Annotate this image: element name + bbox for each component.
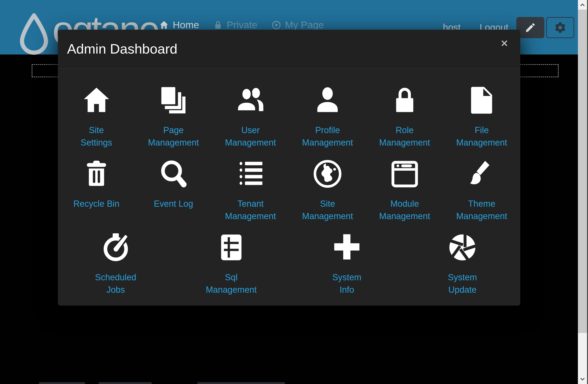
- tile-label-line: Recycle Bin: [73, 198, 119, 210]
- tile-tenant-management[interactable]: TenantManagement: [212, 157, 289, 223]
- admin-tile-grid: SiteSettingsPageManagementUserManagement…: [58, 68, 520, 296]
- tile-label-line: Role: [379, 124, 430, 136]
- modal-header: Admin Dashboard: [58, 30, 520, 68]
- tile-role-management[interactable]: RoleManagement: [366, 83, 443, 149]
- tile-label: FileManagement: [456, 124, 507, 149]
- tile-label-line: User: [225, 124, 276, 136]
- tile-label-line: Site: [302, 198, 353, 210]
- home-icon: [159, 20, 169, 30]
- tile-label-line: Management: [456, 210, 507, 222]
- tile-file-management[interactable]: FileManagement: [443, 83, 521, 149]
- tile-label: ModuleManagement: [379, 198, 430, 223]
- tile-label: SystemInfo: [332, 271, 361, 296]
- tile-profile-management[interactable]: ProfileManagement: [289, 83, 366, 149]
- chevron-down-icon: [579, 376, 586, 382]
- tile-module-management[interactable]: ModuleManagement: [366, 157, 443, 223]
- cutoff-text-artifact: [39, 382, 85, 384]
- tile-system-info[interactable]: SystemInfo: [289, 230, 405, 296]
- nav-label: Home: [173, 19, 199, 31]
- tile-site-settings[interactable]: SiteSettings: [58, 83, 135, 149]
- edit-mode-button[interactable]: [516, 17, 544, 38]
- oqtane-logo[interactable]: [17, 13, 51, 55]
- nav-label: Private: [227, 19, 257, 31]
- spreadsheet-icon: [215, 230, 247, 265]
- tile-row: ScheduledJobsSqlManagementSystemInfoSyst…: [58, 230, 520, 296]
- tile-label: Event Log: [154, 198, 193, 223]
- tile-scheduled-jobs[interactable]: ScheduledJobs: [58, 230, 173, 296]
- page-settings-button[interactable]: [546, 17, 574, 38]
- tile-theme-management[interactable]: ThemeManagement: [443, 157, 521, 223]
- tile-page-management[interactable]: PageManagement: [135, 83, 212, 149]
- stacked-pages-icon: [157, 83, 189, 117]
- chevron-up-icon: [579, 2, 586, 8]
- modal-title: Admin Dashboard: [67, 41, 177, 57]
- person-icon: [312, 83, 344, 117]
- tile-label-line: File: [456, 124, 507, 136]
- main-nav: Home Private My Page: [159, 19, 324, 31]
- stopwatch-icon: [100, 230, 132, 265]
- tile-label: SystemUpdate: [448, 271, 477, 296]
- tile-label-line: Info: [332, 284, 361, 296]
- tile-label-line: Management: [225, 210, 276, 222]
- close-icon: [500, 39, 509, 47]
- nav-item-my-page[interactable]: My Page: [271, 19, 324, 31]
- browser-window-icon: [389, 157, 421, 191]
- tile-label-line: Management: [206, 284, 257, 296]
- tile-label: ProfileManagement: [302, 124, 353, 149]
- tile-label-line: Module: [379, 198, 430, 210]
- tile-label-line: Update: [448, 284, 477, 296]
- close-button[interactable]: [500, 39, 510, 48]
- globe-icon: [312, 157, 344, 191]
- tile-label-line: Settings: [81, 136, 112, 149]
- cutoff-text-artifact: [99, 382, 152, 384]
- tile-label-line: Scheduled: [95, 271, 136, 284]
- aperture-icon: [446, 230, 479, 265]
- tile-event-log[interactable]: Event Log: [135, 157, 212, 223]
- tile-label-line: Management: [379, 210, 430, 222]
- file-icon: [465, 83, 498, 117]
- tile-label-line: System: [448, 271, 477, 284]
- tile-user-management[interactable]: UserManagement: [212, 83, 289, 149]
- tile-recycle-bin[interactable]: Recycle Bin: [58, 157, 135, 223]
- tile-sql-management[interactable]: SqlManagement: [173, 230, 289, 296]
- trash-icon: [80, 157, 113, 191]
- lock-icon: [213, 20, 223, 30]
- scrollbar-thumb[interactable]: [578, 10, 587, 333]
- tile-system-update[interactable]: SystemUpdate: [405, 230, 520, 296]
- tile-label-line: Management: [379, 136, 430, 149]
- tile-label-line: Management: [148, 136, 199, 149]
- home-icon: [80, 83, 113, 117]
- scroll-down-button[interactable]: [578, 374, 587, 384]
- tile-label: PageManagement: [148, 124, 199, 149]
- tile-label-line: Management: [302, 136, 353, 149]
- tile-label: ScheduledJobs: [95, 271, 136, 296]
- nav-item-home[interactable]: Home: [159, 19, 199, 31]
- vertical-scrollbar: [578, 0, 587, 384]
- cutoff-text-artifact: [198, 382, 285, 384]
- tile-site-management[interactable]: SiteManagement: [289, 157, 366, 223]
- tile-label: SiteSettings: [81, 124, 112, 149]
- people-icon: [234, 83, 267, 117]
- tile-label: SqlManagement: [206, 271, 257, 296]
- tile-label-line: Management: [302, 210, 353, 222]
- tile-label-line: Site: [81, 124, 112, 136]
- nav-item-private[interactable]: Private: [213, 19, 257, 31]
- tile-label: UserManagement: [225, 124, 276, 149]
- tile-label: RoleManagement: [379, 124, 430, 149]
- tile-label: ThemeManagement: [456, 198, 507, 223]
- tile-label-line: Tenant: [225, 198, 276, 210]
- water-drop-icon: [17, 13, 51, 55]
- tile-label-line: Theme: [456, 198, 507, 210]
- tile-label: Recycle Bin: [73, 198, 119, 223]
- tile-label: TenantManagement: [225, 198, 276, 223]
- medical-cross-icon: [331, 230, 363, 265]
- admin-dashboard-modal: Admin Dashboard SiteSettingsPageManageme…: [58, 30, 520, 306]
- tile-label-line: Sql: [206, 271, 257, 284]
- list-icon: [234, 157, 267, 191]
- tile-label-line: System: [332, 271, 361, 284]
- target-icon: [271, 20, 281, 30]
- window-edge: [587, 0, 588, 384]
- tile-label-line: Page: [148, 124, 199, 136]
- tile-label-line: Jobs: [95, 284, 136, 296]
- scroll-up-button[interactable]: [578, 0, 587, 10]
